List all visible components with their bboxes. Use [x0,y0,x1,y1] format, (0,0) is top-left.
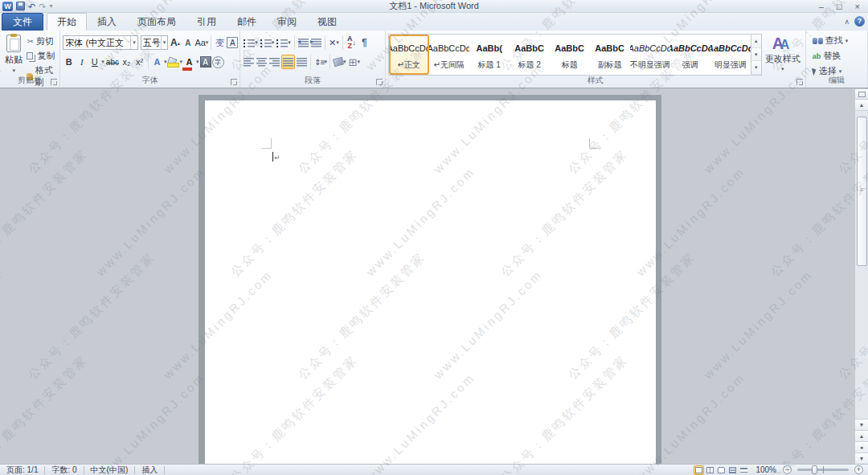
outline-view-button[interactable] [727,465,738,475]
font-size-dropdown-icon[interactable]: ▾ [161,36,166,49]
draft-view-button[interactable] [739,465,749,475]
align-left-button[interactable] [243,55,255,69]
shrink-font-button[interactable]: A [182,35,194,50]
font-family-combobox[interactable]: 宋体 (中文正文 ▾ [63,35,137,50]
text-effects-button[interactable]: A [151,55,163,69]
zoom-out-button[interactable]: – [783,465,792,474]
copy-button[interactable]: 复制 [25,49,58,63]
strikethrough-button[interactable]: abc [105,55,120,69]
zoom-in-button[interactable]: + [854,465,863,474]
decrease-indent-button[interactable]: ◂ [297,35,309,50]
enclose-characters-button[interactable]: 字 [212,56,224,68]
italic-button[interactable]: I [76,55,88,69]
style-title[interactable]: AaBbC 标题 [550,35,590,75]
style-subtitle[interactable]: AaBbC 副标题 [590,35,630,75]
fullscreen-reading-view-button[interactable] [705,465,715,475]
character-shading-button[interactable]: A [200,56,211,68]
highlight-color-button[interactable] [167,57,178,68]
bold-button[interactable]: B [63,55,75,69]
styles-scroll-down-icon[interactable]: ▼ [751,48,761,62]
browse-object-button[interactable]: ● [855,441,868,452]
grow-font-button[interactable]: A▴ [169,35,181,50]
word-count[interactable]: 字数: 0 [45,465,83,475]
replace-button[interactable]: ab 替换 [811,49,866,63]
print-layout-view-button[interactable] [694,465,704,475]
find-button[interactable]: 查找▾ [811,34,866,47]
tab-view[interactable]: 视图 [307,13,347,31]
minimize-button[interactable]: – [819,1,824,12]
style-heading1[interactable]: AaBb( 标题 1 [469,35,510,75]
align-right-button[interactable] [268,55,280,69]
cut-button[interactable]: ✂ 剪切 [25,35,58,48]
styles-dialog-launcher[interactable] [796,79,803,85]
zoom-percentage[interactable]: 100% [752,465,780,474]
font-family-dropdown-icon[interactable]: ▾ [130,36,136,49]
justify-button[interactable] [281,55,295,69]
zoom-slider[interactable] [797,469,849,471]
show-marks-button[interactable]: ¶ [358,35,371,50]
previous-page-button[interactable]: ▲ [855,430,868,441]
paste-button[interactable]: 粘贴 ▾ [2,33,25,74]
scroll-down-icon[interactable]: ▼ [855,419,868,430]
styles-gallery-more-icon[interactable]: ▼ [751,61,761,75]
sort-button[interactable]: AZ↓ [346,35,358,50]
style-no-spacing[interactable]: AaBbCcDd ↵无间隔 [429,35,469,75]
shading-button[interactable]: ▾ [333,55,347,69]
close-button[interactable]: × [855,1,860,12]
align-center-button[interactable] [256,55,268,69]
language-indicator[interactable]: 中文(中国) [84,465,135,475]
tab-references[interactable]: 引用 [186,13,227,31]
scroll-up-icon[interactable]: ▲ [855,100,868,111]
multilevel-list-button[interactable]: ▾ [276,35,292,50]
style-subtle-emphasis[interactable]: AaBbCcDd 不明显强调 [630,35,670,75]
collapse-ribbon-icon[interactable]: ∧ [844,18,850,26]
character-border-button[interactable]: A [227,37,238,48]
style-emphasis[interactable]: AaBbCcDd 强调 [670,35,710,75]
document-page[interactable]: ↵ [199,95,661,464]
next-page-button[interactable]: ▼ [855,452,868,464]
insert-mode-indicator[interactable]: 插入 [135,465,164,475]
asian-layout-button[interactable]: ✕▾ [328,35,340,50]
borders-button[interactable]: ⊞▾ [348,55,361,69]
scrollbar-thumb[interactable] [857,117,867,266]
style-intense-emphasis[interactable]: AaBbCcDd 明显强调 [710,35,751,75]
web-layout-view-button[interactable] [716,465,727,475]
numbering-button[interactable]: ▾ [260,35,276,50]
styles-scroll-up-icon[interactable]: ▲ [751,35,761,48]
page-indicator[interactable]: 页面: 1/1 [0,465,44,475]
underline-dropdown-icon[interactable]: ▾ [101,59,104,65]
change-styles-dropdown-icon[interactable]: ▾ [781,66,784,72]
paragraph-dialog-launcher[interactable] [376,79,383,85]
bullets-button[interactable]: ▾ [243,35,259,50]
ruler-toggle-button[interactable] [855,89,868,100]
change-case-button[interactable]: Aa▾ [194,35,208,50]
line-spacing-button[interactable]: ⇕≡▾ [313,55,327,69]
pinyin-guide-button[interactable]: 变 [214,35,226,50]
scrollbar-track[interactable] [857,112,866,417]
tab-mailings[interactable]: 邮件 [227,13,267,31]
font-color-button[interactable]: A [183,55,195,69]
tab-review[interactable]: 审阅 [267,13,307,31]
vertical-scrollbar[interactable]: ▲ ▼ ▲ ● ▼ [854,89,868,464]
increase-indent-button[interactable]: ▸ [310,35,322,50]
font-size-combobox[interactable]: 五号 ▾ [141,35,169,50]
change-styles-button[interactable]: AA 更改样式 ▾ [762,33,804,72]
highlight-dropdown-icon[interactable]: ▾ [179,59,182,65]
subscript-button[interactable]: x₂ [121,55,133,69]
tab-page-layout[interactable]: 页面布局 [127,13,186,31]
tab-file[interactable]: 文件 [2,13,43,31]
style-normal[interactable]: AaBbCcDd ↵正文 [389,35,429,75]
tab-home[interactable]: 开始 [47,13,87,31]
help-icon[interactable]: ? [854,16,865,27]
zoom-slider-thumb[interactable] [812,465,817,474]
underline-button[interactable]: U [88,55,100,69]
paste-dropdown-icon[interactable]: ▾ [12,68,15,74]
font-color-dropdown-icon[interactable]: ▾ [196,59,199,65]
distribute-button[interactable] [296,55,308,69]
style-heading2[interactable]: AaBbC 标题 2 [510,35,550,75]
clipboard-dialog-launcher[interactable] [51,79,57,85]
maximize-button[interactable]: □ [837,1,842,12]
font-dialog-launcher[interactable] [231,79,237,85]
tab-insert[interactable]: 插入 [87,13,127,31]
superscript-button[interactable]: x² [133,55,145,69]
